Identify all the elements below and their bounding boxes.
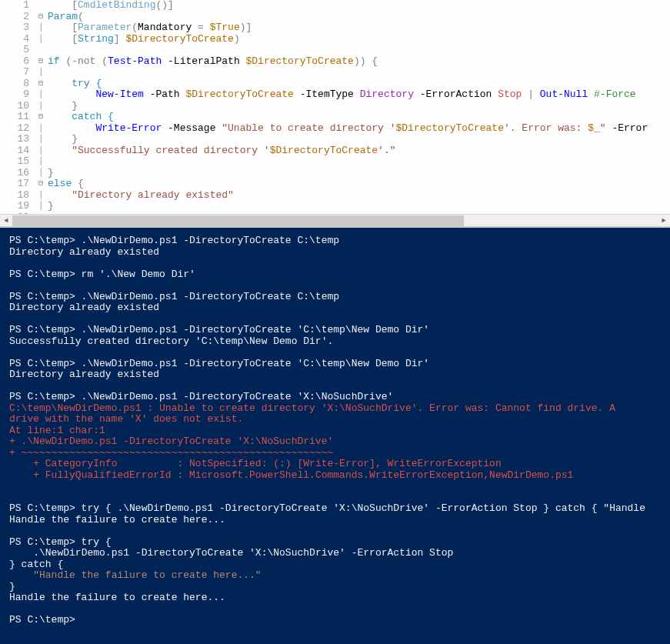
terminal-error-line: + FullyQualifiedErrorId : Microsoft.Powe… [9,470,661,482]
line-number: 6 [0,56,29,68]
fold-guide: │ [35,190,46,202]
code-line[interactable]: } [48,168,670,179]
code-line[interactable]: [CmdletBinding()] [48,0,670,12]
terminal-line: Directory already existed [9,302,661,314]
fold-guide: │ [35,34,46,45]
terminal-line: PS C:\temp> .\NewDirDemo.ps1 -DirectoryT… [9,292,661,303]
code-line[interactable]: } [48,201,670,212]
line-number: 2 [0,12,29,23]
line-number: 11 [0,112,29,123]
fold-toggle-icon[interactable]: ⊟ [35,112,46,123]
terminal-line: PS C:\temp> [9,615,661,626]
fold-guide: │ [35,156,46,168]
terminal-error-line: + CategoryInfo : NotSpecified: (:) [Writ… [9,459,661,470]
terminal-error-line: At line:1 char:1 [9,425,661,437]
terminal-blank-line [9,347,661,359]
terminal-blank-line [9,280,661,292]
code-line[interactable]: catch { [48,112,670,123]
code-line[interactable] [48,156,670,168]
scrollbar-track[interactable] [12,215,658,227]
terminal-error-line: + ~~~~~~~~~~~~~~~~~~~~~~~~~~~~~~~~~~~~~~… [9,448,661,459]
terminal-error-line: drive with the name 'X' does not exist. [9,414,661,425]
fold-guide: │ [35,201,46,212]
line-number: 4 [0,34,29,45]
code-line[interactable]: "Directory already existed" [48,190,670,202]
code-line[interactable]: [Parameter(Mandatory = $True)] [48,22,670,34]
fold-toggle-icon[interactable]: ⊟ [35,78,46,90]
fold-guide: │ [35,67,46,78]
fold-toggle-icon[interactable]: ⊟ [35,56,46,68]
terminal-line: Directory already existed [9,247,661,259]
fold-guide: │ [35,123,46,135]
scroll-left-arrow-icon[interactable]: ◄ [0,215,12,227]
terminal-line: PS C:\temp> .\NewDirDemo.ps1 -DirectoryT… [9,359,661,370]
fold-guide: │ [35,145,46,157]
fold-gutter[interactable]: ⊟││⊟│⊟││⊟│││││⊟││ [35,0,46,226]
terminal-blank-line [9,314,661,325]
fold-guide: │ [35,22,46,34]
scroll-right-arrow-icon[interactable]: ► [658,215,670,227]
terminal-line: "Handle the failure to create here..." [9,570,661,582]
terminal-line: } catch { [9,559,661,571]
line-number-gutter: 1234567891011121314151617181920 [0,0,35,226]
fold-guide [35,0,46,12]
code-line[interactable]: "Successfully created directory '$Direct… [48,145,670,157]
code-text-area[interactable]: [CmdletBinding()]Param( [Parameter(Manda… [46,0,670,226]
line-number: 13 [0,134,29,145]
code-line[interactable]: New-Item -Path $DirectoryToCreate -ItemT… [48,89,670,101]
terminal-blank-line [9,492,661,504]
terminal-line: PS C:\temp> .\NewDirDemo.ps1 -DirectoryT… [9,325,661,336]
line-number: 10 [0,101,29,112]
code-line[interactable]: } [48,101,670,112]
fold-toggle-icon[interactable]: ⊟ [35,179,46,190]
line-number: 3 [0,22,29,34]
code-line[interactable]: try { [48,78,670,90]
terminal-line: PS C:\temp> try { [9,537,661,549]
line-number: 14 [0,145,29,157]
terminal-error-line: C:\temp\NewDirDemo.ps1 : Unable to creat… [9,403,661,415]
code-editor-pane[interactable]: 1234567891011121314151617181920 ⊟││⊟│⊟││… [0,0,670,226]
terminal-line: Successfully created directory 'C:\temp\… [9,336,661,348]
terminal-line: Handle the failure to create here... [9,515,661,526]
code-line[interactable]: else { [48,179,670,190]
terminal-line: Directory already existed [9,369,661,381]
terminal-output-pane[interactable]: PS C:\temp> .\NewDirDemo.ps1 -DirectoryT… [0,226,670,644]
code-line[interactable]: Write-Error -Message "Unable to create d… [48,123,670,135]
code-line[interactable] [48,45,670,56]
terminal-line: .\NewDirDemo.ps1 -DirectoryToCreate 'X:\… [9,548,661,559]
fold-guide: │ [35,101,46,112]
terminal-blank-line [9,381,661,392]
terminal-line: PS C:\temp> .\NewDirDemo.ps1 -DirectoryT… [9,392,661,403]
horizontal-scrollbar[interactable]: ◄ ► [0,214,670,226]
terminal-line: PS C:\temp> try { .\NewDirDemo.ps1 -Dire… [9,503,661,515]
fold-guide: │ [35,168,46,179]
line-number: 1 [0,0,29,12]
line-number: 15 [0,156,29,168]
line-number: 9 [0,89,29,101]
line-number: 5 [0,45,29,56]
terminal-line: } [9,582,661,593]
line-number: 7 [0,67,29,78]
fold-toggle-icon[interactable]: ⊟ [35,12,46,23]
terminal-blank-line [9,526,661,537]
code-line[interactable] [48,67,670,78]
line-number: 18 [0,190,29,202]
terminal-error-line: + .\NewDirDemo.ps1 -DirectoryToCreate 'X… [9,436,661,448]
terminal-blank-line [9,604,661,616]
line-number: 8 [0,78,29,90]
fold-guide: │ [35,89,46,101]
terminal-line: PS C:\temp> .\NewDirDemo.ps1 -DirectoryT… [9,235,661,247]
code-line[interactable]: Param( [48,12,670,23]
code-line[interactable]: } [48,134,670,145]
line-number: 17 [0,179,29,190]
code-line[interactable]: if (-not (Test-Path -LiteralPath $Direct… [48,56,670,68]
fold-guide: │ [35,134,46,145]
terminal-blank-line [9,258,661,269]
scrollbar-thumb[interactable] [12,215,464,226]
line-number: 19 [0,201,29,212]
line-number: 16 [0,168,29,179]
fold-guide [35,45,46,56]
code-line[interactable]: [String] $DirectoryToCreate) [48,34,670,45]
line-number: 12 [0,123,29,135]
terminal-line: PS C:\temp> rm '.\New Demo Dir' [9,269,661,281]
